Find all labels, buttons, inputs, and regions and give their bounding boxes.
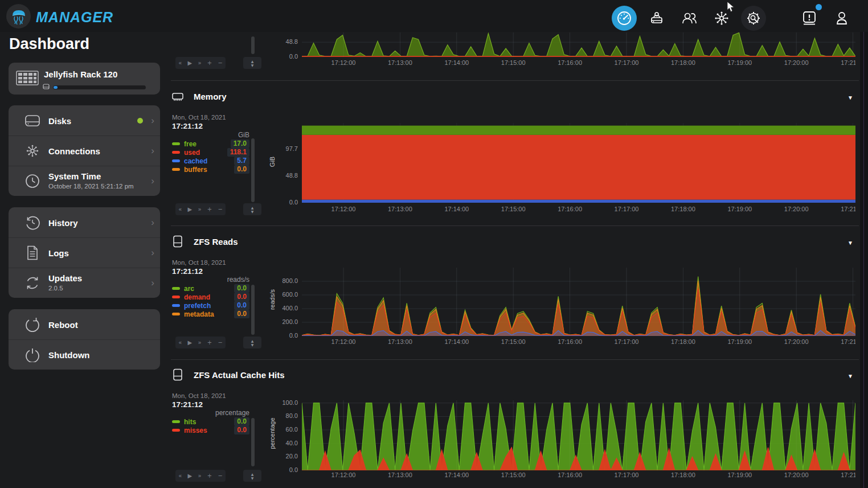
x-tick-label: 17:16:00 bbox=[558, 338, 582, 345]
scale-toggle-button[interactable]: ▲▼ bbox=[243, 470, 261, 482]
x-axis: 17:12:0017:13:0017:14:0017:15:0017:16:00… bbox=[302, 206, 855, 214]
legend-item[interactable]: hits0.0 bbox=[172, 417, 249, 426]
play-button[interactable]: ▶ bbox=[188, 470, 193, 482]
zoom-out-button[interactable]: − bbox=[218, 203, 222, 215]
x-tick-label: 17:20:00 bbox=[784, 338, 809, 345]
app-logo[interactable] bbox=[6, 4, 31, 28]
fast-forward-button[interactable]: » bbox=[198, 203, 201, 215]
zoom-out-button[interactable]: − bbox=[218, 57, 222, 69]
collapse-button[interactable]: ▼ bbox=[846, 239, 855, 247]
sidebar-item-system-time[interactable]: System Time October 18, 2021 5:21:12 pm … bbox=[9, 166, 160, 196]
top-bar: MANAGER bbox=[0, 0, 868, 32]
x-tick-label: 17:15:00 bbox=[501, 471, 526, 478]
refresh-icon bbox=[24, 274, 41, 292]
y-tick-label: 800.0 bbox=[282, 277, 298, 284]
x-tick-label: 17:13:00 bbox=[388, 471, 412, 478]
rack-card[interactable]: Jellyfish Rack 120 bbox=[9, 63, 160, 95]
y-tick-label: 48.8 bbox=[286, 38, 298, 45]
zoom-slider[interactable] bbox=[251, 285, 255, 335]
sidebar-item-reboot[interactable]: Reboot bbox=[9, 309, 160, 339]
legend-item[interactable]: cached5.7 bbox=[172, 157, 249, 165]
sidebar-item-history[interactable]: History › bbox=[9, 207, 160, 237]
chevron-right-icon: › bbox=[151, 145, 154, 157]
play-button[interactable]: ▶ bbox=[188, 57, 193, 69]
zfs-reads-chart[interactable] bbox=[302, 268, 855, 336]
profile-button[interactable] bbox=[829, 6, 854, 31]
zoom-slider[interactable] bbox=[251, 36, 255, 54]
legend-value: 0.0 bbox=[234, 165, 249, 174]
playback-controls: « ▶ » + − bbox=[175, 337, 226, 348]
y-tick-label: 0.0 bbox=[289, 332, 298, 339]
chevron-right-icon: › bbox=[151, 175, 154, 187]
legend-item[interactable]: buffers0.0 bbox=[172, 165, 249, 174]
fast-forward-button[interactable]: » bbox=[198, 337, 201, 348]
rewind-button[interactable]: « bbox=[178, 337, 182, 348]
play-button[interactable]: ▶ bbox=[188, 337, 193, 348]
sidebar-item-disks[interactable]: Disks › bbox=[9, 105, 160, 136]
sidebar-item-logs[interactable]: Logs › bbox=[9, 237, 160, 268]
x-tick-label: 17:19:00 bbox=[727, 338, 752, 345]
chart-time: 17:21:12 bbox=[172, 122, 203, 130]
zoom-in-button[interactable]: + bbox=[207, 470, 212, 482]
storage-nav-button[interactable] bbox=[644, 6, 669, 31]
time-series-chart[interactable] bbox=[302, 32, 855, 57]
clock-icon bbox=[24, 173, 41, 190]
x-tick-label: 17:18:00 bbox=[671, 59, 695, 66]
fast-forward-button[interactable]: » bbox=[198, 470, 201, 482]
zoom-slider[interactable] bbox=[251, 418, 255, 466]
x-tick-label: 17:15:00 bbox=[501, 338, 526, 345]
rewind-button[interactable]: « bbox=[178, 203, 182, 215]
y-tick-label: 0.0 bbox=[289, 53, 298, 60]
collapse-button[interactable]: ▼ bbox=[846, 93, 855, 101]
scale-toggle-button[interactable]: ▲▼ bbox=[243, 57, 261, 69]
x-tick-label: 17:20:00 bbox=[784, 59, 809, 66]
legend-value: 5.7 bbox=[234, 157, 249, 165]
zoom-slider[interactable] bbox=[251, 138, 255, 202]
scale-toggle-button[interactable]: ▲▼ bbox=[243, 203, 261, 215]
diagnostics-nav-button[interactable] bbox=[741, 6, 766, 31]
legend-item[interactable]: metadata0.0 bbox=[172, 310, 249, 318]
legend-item[interactable]: used118.1 bbox=[172, 148, 249, 157]
y-tick-label: 200.0 bbox=[282, 318, 298, 325]
zoom-in-button[interactable]: + bbox=[207, 57, 212, 69]
rewind-button[interactable]: « bbox=[178, 57, 182, 69]
fast-forward-button[interactable]: » bbox=[198, 57, 201, 69]
legend-label: cached bbox=[184, 157, 207, 165]
chevron-right-icon: › bbox=[151, 277, 154, 289]
y-tick-label: 20.0 bbox=[286, 453, 298, 460]
legend-item[interactable]: arc0.0 bbox=[172, 284, 249, 293]
x-tick-label: 17:20:00 bbox=[784, 471, 809, 478]
legend-label: used bbox=[184, 149, 200, 157]
users-nav-button[interactable] bbox=[677, 6, 702, 31]
zoom-out-button[interactable]: − bbox=[218, 470, 222, 482]
legend-color-chip bbox=[172, 168, 180, 171]
legend-item[interactable]: demand0.0 bbox=[172, 293, 249, 301]
y-axis: 48.80.0 bbox=[259, 32, 299, 57]
x-tick-label: 17:13:00 bbox=[388, 338, 412, 345]
zfs-cache-hits-chart[interactable] bbox=[302, 400, 855, 470]
zoom-out-button[interactable]: − bbox=[218, 337, 222, 348]
collapse-button[interactable]: ▼ bbox=[846, 372, 855, 380]
zoom-in-button[interactable]: + bbox=[207, 337, 212, 348]
rewind-button[interactable]: « bbox=[178, 470, 182, 482]
scale-toggle-button[interactable]: ▲▼ bbox=[243, 337, 261, 348]
x-tick-label: 17:14:00 bbox=[444, 338, 469, 345]
legend-item[interactable]: free17.0 bbox=[172, 140, 249, 148]
x-tick-label: 17:18:00 bbox=[671, 338, 695, 345]
memory-chart[interactable] bbox=[302, 123, 855, 203]
sidebar-group-system: Disks › Connections › System Time Octobe… bbox=[9, 105, 160, 196]
rack-name: Jellyfish Rack 120 bbox=[44, 69, 117, 79]
play-button[interactable]: ▶ bbox=[188, 203, 193, 215]
x-tick-label: 17:17:00 bbox=[615, 206, 639, 212]
y-tick-label: 600.0 bbox=[282, 291, 298, 298]
y-tick-label: 48.8 bbox=[286, 172, 298, 179]
dashboard-nav-button[interactable] bbox=[612, 6, 637, 31]
legend-item[interactable]: prefetch0.0 bbox=[172, 301, 249, 310]
legend-item[interactable]: misses0.0 bbox=[172, 426, 249, 434]
network-hub-icon bbox=[714, 10, 730, 26]
sidebar-item-connections[interactable]: Connections › bbox=[9, 136, 160, 166]
x-tick-label: 17:21:00 bbox=[841, 471, 855, 478]
sidebar-item-updates[interactable]: Updates 2.0.5 › bbox=[9, 268, 160, 298]
sidebar-item-shutdown[interactable]: Shutdown bbox=[9, 339, 160, 370]
zoom-in-button[interactable]: + bbox=[207, 203, 212, 215]
